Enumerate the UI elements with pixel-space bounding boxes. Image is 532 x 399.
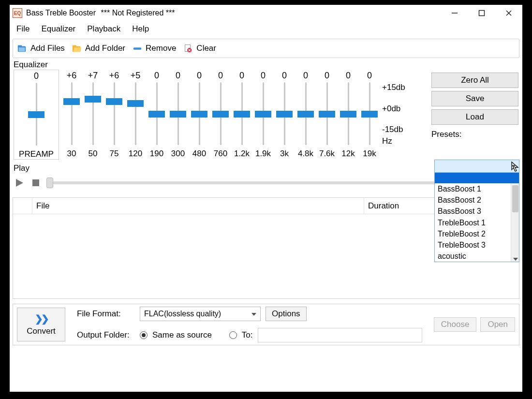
preset-option[interactable]: TrebleBoost 1	[435, 217, 519, 228]
convert-icon: ❯❯	[35, 313, 47, 325]
minimize-icon	[451, 10, 458, 16]
eq-band-value: +5	[131, 70, 141, 82]
eq-band-value: 0	[282, 70, 287, 82]
convert-button[interactable]: ❯❯ Convert	[17, 308, 65, 341]
preset-option[interactable]: acoustic	[435, 251, 519, 262]
eq-band-label: 760	[214, 146, 227, 159]
minimize-button[interactable]	[441, 5, 468, 21]
preamp-label: PREAMP	[19, 147, 54, 159]
eq-band-value: 0	[367, 70, 372, 82]
preset-option[interactable]: BassBoost 2	[435, 194, 519, 206]
eq-slider-thumb[interactable]	[361, 111, 378, 118]
eq-band-value: 0	[239, 70, 244, 82]
menu-file[interactable]: File	[16, 24, 30, 34]
eq-slider-thumb[interactable]	[85, 96, 101, 103]
eq-slider-thumb[interactable]	[106, 98, 122, 105]
file-list-col-file[interactable]: File	[32, 198, 364, 214]
eq-band-label: 1.2k	[234, 146, 250, 159]
eq-band-value: 0	[346, 70, 351, 82]
db-scale: +15db +0db -15db	[380, 70, 405, 133]
preset-option[interactable]: TrebleBoost 2	[435, 228, 519, 239]
play-icon[interactable]	[14, 177, 25, 189]
eq-band-value: 0	[303, 70, 308, 82]
toolbar: Add Files Add Folder Remove Clear	[13, 39, 519, 58]
zero-all-button[interactable]: Zero All	[431, 73, 518, 88]
options-button[interactable]: Options	[266, 307, 307, 321]
eq-slider-thumb[interactable]	[234, 111, 250, 118]
scroll-down-icon[interactable]	[513, 258, 518, 261]
eq-slider-thumb[interactable]	[170, 111, 186, 118]
eq-band-label: 190	[150, 146, 163, 159]
open-button[interactable]: Open	[480, 317, 515, 332]
svg-rect-1	[479, 11, 485, 16]
eq-slider-thumb[interactable]	[63, 98, 80, 105]
eq-slider-thumb[interactable]	[340, 111, 356, 118]
preset-option[interactable]: BassBoost 3	[435, 206, 519, 217]
add-folder-label: Add Folder	[85, 44, 125, 53]
eq-band-50: +7 50	[82, 70, 103, 160]
eq-band-label: 75	[110, 146, 119, 159]
eq-band-label: 4.8k	[298, 146, 313, 159]
scrollbar-thumb[interactable]	[512, 185, 518, 212]
eq-slider-thumb[interactable]	[276, 111, 293, 118]
db-scale-mid: +0db	[382, 104, 405, 113]
eq-band-label: 50	[89, 146, 98, 159]
seek-thumb[interactable]	[46, 177, 53, 188]
close-icon	[505, 10, 512, 16]
clear-button[interactable]: Clear	[183, 44, 216, 53]
eq-band-label: 120	[129, 146, 142, 159]
eq-slider-thumb[interactable]	[255, 111, 271, 118]
app-window: EQ Bass Treble Booster *** Not Registere…	[10, 5, 522, 392]
menu-bar: File Equalizer Playback Help	[10, 21, 522, 39]
menu-equalizer[interactable]: Equalizer	[41, 24, 75, 34]
eq-band-75: +6 75	[103, 70, 125, 160]
presets-scrollbar[interactable]	[511, 183, 519, 262]
choose-button[interactable]: Choose	[434, 317, 477, 332]
remove-button[interactable]: Remove	[132, 44, 176, 53]
remove-label: Remove	[146, 44, 176, 53]
file-list-col-spacer[interactable]	[13, 198, 32, 214]
preamp-slider-thumb[interactable]	[28, 111, 44, 118]
output-path-input[interactable]	[258, 328, 422, 342]
cursor-icon	[510, 161, 520, 173]
add-files-icon	[17, 44, 28, 53]
close-button[interactable]	[495, 5, 522, 21]
eq-band-label: 300	[171, 146, 185, 159]
radio-to[interactable]	[229, 331, 237, 339]
file-format-select[interactable]: FLAC(lossless quality)	[140, 307, 261, 321]
window-title: Bass Treble Booster *** Not Registered *…	[26, 9, 175, 17]
save-button[interactable]: Save	[431, 91, 518, 106]
eq-slider-thumb[interactable]	[148, 111, 165, 118]
menu-help[interactable]: Help	[132, 24, 149, 34]
eq-band-value: 0	[176, 70, 180, 82]
preamp-value: 0	[34, 70, 39, 83]
load-button[interactable]: Load	[431, 109, 518, 125]
add-folder-button[interactable]: Add Folder	[72, 44, 125, 53]
eq-band-value: +6	[67, 70, 77, 82]
menu-playback[interactable]: Playback	[87, 24, 120, 34]
clear-label: Clear	[196, 44, 216, 53]
eq-slider-thumb[interactable]	[319, 111, 335, 118]
preset-highlight[interactable]	[435, 173, 519, 183]
eq-slider-thumb[interactable]	[297, 111, 314, 118]
radio-same-as-source[interactable]	[140, 331, 148, 339]
eq-slider-thumb[interactable]	[212, 111, 229, 118]
eq-slider-thumb[interactable]	[191, 111, 207, 118]
preset-option[interactable]: TrebleBoost 3	[435, 239, 519, 251]
db-scale-top: +15db	[382, 83, 405, 91]
eq-slider-thumb[interactable]	[127, 100, 144, 107]
eq-band-label: 19k	[363, 146, 376, 159]
stop-icon[interactable]	[30, 177, 42, 189]
add-files-button[interactable]: Add Files	[17, 44, 65, 53]
window-controls	[441, 5, 522, 21]
hz-label: Hz	[380, 133, 405, 146]
app-name: Bass Treble Booster	[26, 9, 96, 17]
presets-dropdown[interactable]: BassBoost 1 BassBoost 2 BassBoost 3 Treb…	[434, 160, 519, 262]
preset-option[interactable]: BassBoost 1	[435, 183, 519, 194]
presets-selected[interactable]	[435, 160, 519, 173]
eq-band-value: 0	[325, 70, 329, 82]
maximize-button[interactable]	[468, 5, 495, 21]
title-bar: EQ Bass Treble Booster *** Not Registere…	[10, 5, 522, 21]
eq-band-label: 12k	[341, 146, 355, 159]
remove-icon	[132, 44, 143, 53]
